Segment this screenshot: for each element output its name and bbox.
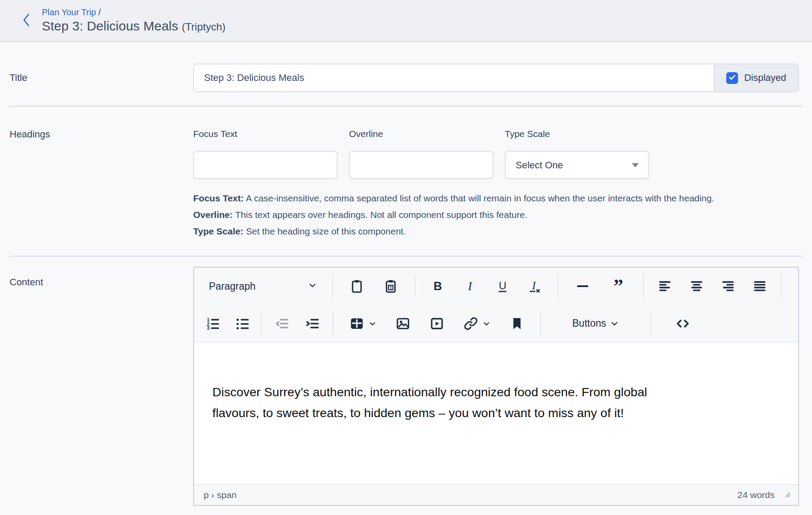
ordered-list-button[interactable]: 1 2 3 bbox=[202, 313, 223, 334]
type-scale-select[interactable]: Select One bbox=[505, 151, 649, 179]
help-line-overline: Overline: This text appears over heading… bbox=[193, 207, 799, 223]
source-code-button[interactable] bbox=[672, 313, 694, 334]
insert-image-button[interactable] bbox=[393, 313, 413, 334]
page-header: Plan Your Trip / Step 3: Delicious Meals… bbox=[0, 0, 812, 42]
paste-as-text-button[interactable]: T bbox=[380, 276, 401, 297]
type-scale-selected-value: Select One bbox=[516, 160, 563, 171]
anchor-bookmark-button[interactable] bbox=[507, 313, 527, 334]
text-format-group: B I U bbox=[415, 268, 557, 305]
headings-section-label: Headings bbox=[10, 129, 193, 240]
blockquote-icon: ” bbox=[611, 278, 626, 294]
toolbar-row-2: 1 2 3 bbox=[194, 305, 798, 342]
svg-text:U: U bbox=[499, 280, 506, 291]
buttons-dropdown-button[interactable]: Buttons bbox=[570, 315, 622, 332]
align-left-icon bbox=[658, 279, 672, 294]
clear-formatting-button[interactable]: I bbox=[525, 276, 545, 296]
video-icon bbox=[429, 316, 445, 331]
align-left-button[interactable] bbox=[655, 276, 675, 296]
buttons-dropdown[interactable]: Buttons bbox=[541, 305, 651, 342]
svg-text:I: I bbox=[532, 279, 537, 292]
focus-text-input[interactable] bbox=[193, 151, 338, 179]
displayed-checkbox[interactable] bbox=[726, 72, 738, 84]
insert-video-button[interactable] bbox=[426, 313, 447, 334]
ordered-list-icon: 1 2 3 bbox=[205, 316, 221, 331]
indent-icon bbox=[305, 316, 320, 331]
buttons-dropdown-label: Buttons bbox=[572, 318, 606, 329]
bullet-list-icon bbox=[235, 316, 250, 331]
checkmark-icon bbox=[728, 73, 737, 84]
image-icon bbox=[395, 316, 411, 331]
paste-group: T bbox=[333, 268, 415, 305]
displayed-addon: Displayed bbox=[714, 64, 799, 92]
paragraph-dropdown-label: Paragraph bbox=[209, 281, 255, 292]
page-title: Step 3: Delicious Meals (Triptych) bbox=[42, 18, 225, 35]
align-right-icon bbox=[721, 279, 735, 294]
clear-formatting-icon: I bbox=[527, 279, 542, 294]
content-section: Content Paragraph bbox=[0, 267, 812, 506]
indent-group bbox=[262, 305, 333, 342]
horizontal-rule-button[interactable] bbox=[572, 276, 593, 297]
align-center-button[interactable] bbox=[687, 276, 707, 296]
link-dropdown-button[interactable] bbox=[460, 313, 493, 334]
svg-text:3: 3 bbox=[207, 325, 210, 331]
underline-icon: U bbox=[495, 279, 510, 294]
type-scale-label: Type Scale bbox=[505, 129, 649, 139]
editor-content-area[interactable]: Discover Surrey’s authentic, internation… bbox=[194, 342, 798, 484]
outdent-icon bbox=[274, 316, 290, 331]
italic-icon: I bbox=[463, 279, 477, 294]
underline-button[interactable]: U bbox=[493, 276, 513, 296]
overline-label: Overline bbox=[349, 129, 493, 139]
component-edit-page: Plan Your Trip / Step 3: Delicious Meals… bbox=[0, 0, 812, 515]
svg-text:B: B bbox=[433, 280, 442, 293]
align-right-button[interactable] bbox=[718, 276, 738, 296]
table-dropdown-button[interactable] bbox=[346, 313, 379, 334]
list-group: 1 2 3 bbox=[194, 305, 261, 342]
svg-text:”: ” bbox=[613, 278, 623, 294]
paragraph-style-dropdown[interactable]: Paragraph bbox=[194, 268, 332, 305]
svg-text:T: T bbox=[389, 285, 393, 290]
breadcrumb-separator: / bbox=[98, 7, 101, 17]
rich-text-editor: Paragraph bbox=[193, 267, 799, 506]
toolbar-separator bbox=[781, 274, 782, 298]
section-divider bbox=[9, 106, 803, 107]
indent-button[interactable] bbox=[302, 313, 323, 334]
overline-input[interactable] bbox=[349, 151, 493, 179]
insert-basic-group: ” bbox=[558, 268, 643, 305]
toolbar-row-1: Paragraph bbox=[194, 268, 798, 305]
editor-text-line: Discover Surrey’s authentic, internation… bbox=[212, 381, 779, 402]
title-input[interactable] bbox=[193, 64, 715, 92]
editor-status-bar: p › span 24 words bbox=[194, 484, 798, 505]
page-title-suffix: (Triptych) bbox=[182, 21, 225, 33]
element-path[interactable]: p › span bbox=[204, 490, 237, 500]
bullet-list-button[interactable] bbox=[232, 313, 253, 334]
back-button[interactable] bbox=[17, 10, 36, 32]
displayed-label: Displayed bbox=[744, 72, 786, 84]
headings-help-text: Focus Text: A case-insensitive, comma se… bbox=[193, 190, 799, 240]
breadcrumb-link[interactable]: Plan Your Trip bbox=[42, 7, 96, 17]
chevron-down-icon bbox=[482, 319, 491, 328]
title-section-label: Title bbox=[10, 72, 193, 84]
chevron-down-icon bbox=[307, 280, 318, 292]
word-count[interactable]: 24 words bbox=[738, 490, 775, 500]
resize-handle-icon[interactable] bbox=[782, 489, 791, 501]
bold-button[interactable]: B bbox=[428, 276, 448, 296]
blockquote-button[interactable]: ” bbox=[608, 276, 629, 297]
chevron-down-icon bbox=[368, 319, 377, 328]
align-center-icon bbox=[689, 279, 704, 294]
paste-icon bbox=[349, 278, 365, 294]
bold-icon: B bbox=[430, 279, 445, 294]
focus-text-label: Focus Text bbox=[193, 129, 338, 139]
paste-button[interactable] bbox=[346, 276, 367, 297]
headings-section: Headings Focus Text Overline Type Scale … bbox=[0, 129, 812, 240]
outdent-button[interactable] bbox=[272, 313, 292, 334]
italic-button[interactable]: I bbox=[460, 276, 480, 296]
svg-text:I: I bbox=[467, 279, 473, 293]
align-justify-button[interactable] bbox=[750, 276, 770, 296]
chevron-left-icon bbox=[20, 12, 33, 29]
help-line-focus-text: Focus Text: A case-insensitive, comma se… bbox=[193, 190, 799, 207]
editor-paragraph: Discover Surrey’s authentic, internation… bbox=[212, 381, 779, 423]
status-bar-right: 24 words bbox=[738, 489, 791, 501]
overline-field: Overline bbox=[349, 129, 493, 179]
code-icon bbox=[674, 315, 691, 332]
title-section: Title Displayed bbox=[0, 64, 812, 92]
